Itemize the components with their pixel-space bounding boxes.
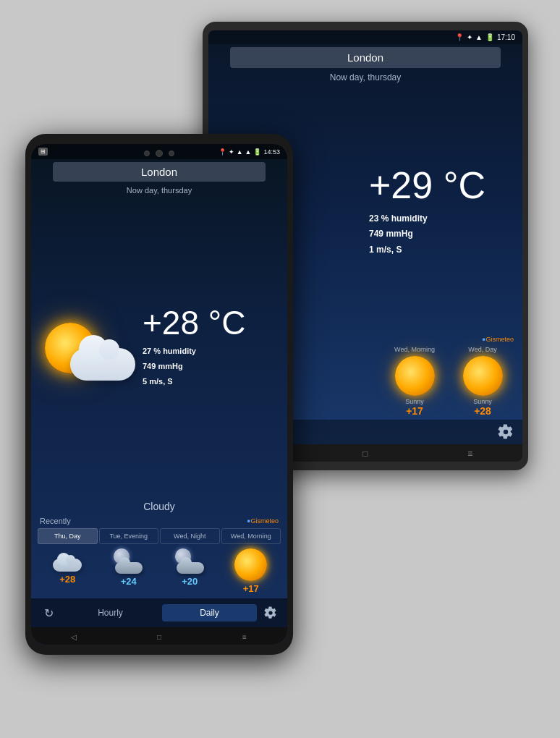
phone-speaker (144, 150, 150, 156)
phone-forecast-icon-col-2: +20 (159, 548, 221, 594)
phone-cloud-body-tue (115, 562, 143, 574)
phone-cloud-sun-icon (41, 308, 135, 388)
phone-forecast-icon-col-1: +24 (98, 548, 160, 594)
phone-back-btn[interactable]: ◁ (65, 631, 82, 642)
tablet-city-name: London (347, 51, 383, 64)
phone-recents-btn[interactable]: ≡ (236, 631, 253, 642)
phone-humidity-label: % humidity (153, 347, 196, 355)
phone-pressure-value: 749 (143, 362, 156, 370)
tablet-date: Now day, thursday (208, 72, 522, 82)
tablet-forecast-temp-0: +17 (406, 405, 423, 417)
tablet-recents-btn[interactable]: ≡ (462, 448, 479, 459)
phone-cloud-part (70, 348, 135, 381)
tablet-wind-value: 1 (369, 245, 374, 255)
tablet-status-bar: 📍 ✦ ▲ 🔋 17:10 (208, 30, 522, 44)
tablet-forecast-temp-1: +28 (474, 405, 491, 417)
tablet-forecast-condition-0: Sunny (405, 398, 424, 405)
phone-camera-lens (156, 150, 163, 157)
tablet-battery-icon: 🔋 (485, 33, 494, 41)
phone-wind-row: 5 m/s, S (143, 374, 245, 389)
tablet-temperature: +29 °C (369, 166, 508, 204)
phone-pressure-label: mmHg (158, 362, 182, 370)
phone-cloud-body-thu (53, 559, 82, 572)
tablet-pressure-label: mmHg (386, 229, 412, 239)
tablet-humidity-row: 23 % humidity (369, 211, 508, 227)
phone-forecast-icon-col-3: +17 (221, 548, 282, 594)
phone-forecast-temp-2: +20 (182, 576, 198, 587)
tablet-wind-label: m/s, S (376, 245, 402, 255)
phone-camera-area (144, 150, 174, 157)
phone-cloud-body-wed (177, 562, 204, 574)
phone-forecast-temp-3: +17 (243, 583, 259, 594)
phone-forecast-temp-1: +24 (121, 576, 137, 587)
phone-sun-icon-wed-morning (234, 548, 267, 581)
phone-city-name: London (141, 166, 177, 178)
phone-battery-icon: 🔋 (253, 148, 261, 156)
tablet-sun-icon-1 (463, 356, 503, 396)
phone-main-weather: +28 °C 27 % humidity 749 mmHg 5 m/s, S (31, 198, 287, 498)
phone-home-btn[interactable]: □ (150, 631, 168, 642)
tablet-city-bar[interactable]: London (230, 47, 501, 68)
phone-nav-bar: ◁ □ ≡ (31, 627, 287, 645)
phone-bottom-bar: ↻ Hourly Daily (31, 598, 287, 627)
phone-refresh-button[interactable]: ↻ (38, 603, 59, 623)
phone-location-icon: 📍 (219, 148, 226, 156)
phone-cloud-icon-thu (51, 548, 84, 572)
phone-forecast-tab-3[interactable]: Wed, Morning (221, 528, 281, 544)
phone-settings-button[interactable] (261, 603, 280, 622)
tablet-forecast-col-0: Wed, Morning Sunny +17 (382, 346, 447, 417)
tablet-settings-icon[interactable] (498, 424, 514, 440)
tablet-forecast-label-0: Wed, Morning (394, 346, 435, 353)
phone-forecast-tab-2[interactable]: Wed, Night (160, 528, 220, 544)
phone-forecast-icons-row: +28 +24 +20 +17 (31, 544, 287, 598)
phone-sensor (169, 150, 174, 156)
phone-date: Now day, thursday (31, 186, 287, 195)
phone-wind-value: 5 (143, 377, 147, 386)
phone-screen: ⊞ 📍 ✦ ▲ ▲ 🔋 14:53 London Now day, thursd… (31, 144, 287, 645)
phone-recently-text: Recently (40, 517, 71, 525)
phone-temp-info: +28 °C 27 % humidity 749 mmHg 5 m/s, S (143, 306, 245, 389)
phone-signal-icon: ▲ (245, 148, 252, 156)
phone-temperature: +28 °C (143, 306, 245, 339)
phone-hourly-tab[interactable]: Hourly (63, 604, 158, 622)
phone-recently-bar: Recently ●Gismeteo (31, 514, 287, 528)
phone-humidity-value: 27 (143, 347, 151, 355)
phone-forecast-temp-0: +28 (59, 574, 75, 585)
phone-humidity-row: 27 % humidity (143, 344, 245, 359)
tablet-forecast-label-1: Wed, Day (468, 346, 496, 353)
tablet-forecast-condition-1: Sunny (473, 398, 492, 405)
phone-condition-label: Cloudy (31, 498, 287, 514)
tablet-weather-details: 23 % humidity 749 mmHg 1 m/s, S (369, 211, 508, 258)
tablet-sun-icon-0 (395, 356, 435, 396)
phone-wifi-icon: ▲ (237, 148, 243, 156)
tablet-wind-row: 1 m/s, S (369, 242, 508, 258)
tablet-humidity-label: % humidity (381, 213, 428, 224)
tablet-time: 17:10 (497, 33, 515, 41)
phone-forecast-icon-col-0: +28 (37, 548, 98, 594)
gismeteo-logo-tablet: ●Gismeteo (482, 336, 514, 343)
phone-device: ⊞ 📍 ✦ ▲ ▲ 🔋 14:53 London Now day, thursd… (25, 134, 293, 655)
tablet-location-icon: 📍 (455, 33, 464, 41)
tablet-home-btn[interactable]: □ (357, 448, 374, 459)
phone-gismeteo-logo: ●Gismeteo (247, 517, 279, 525)
tablet-forecast-col-1: Wed, Day Sunny +28 (450, 346, 515, 417)
tablet-bt-icon: ✦ (467, 33, 472, 41)
phone-forecast-tab-1[interactable]: Tue, Evening (99, 528, 159, 544)
phone-city-bar[interactable]: London (53, 162, 266, 182)
tablet-wifi-icon: ▲ (475, 33, 483, 41)
tablet-pressure-value: 749 (369, 229, 383, 239)
phone-weather-details: 27 % humidity 749 mmHg 5 m/s, S (143, 344, 245, 389)
phone-wind-label: m/s, S (149, 377, 172, 386)
phone-moon-cloud-icon-tue (112, 548, 145, 574)
tablet-pressure-row: 749 mmHg (369, 226, 508, 242)
phone-moon-cloud-icon-wed-night (174, 548, 206, 574)
phone-bt-icon: ✦ (229, 148, 234, 156)
phone-daily-tab[interactable]: Daily (162, 604, 257, 622)
phone-forecast-tab-0[interactable]: Thu, Day (38, 528, 98, 544)
tablet-humidity-value: 23 (369, 213, 378, 224)
phone-forecast-tabs: Thu, Day Tue, Evening Wed, Night Wed, Mo… (31, 528, 287, 544)
tablet-weather-info: +29 °C 23 % humidity 749 mmHg 1 m/s, S (362, 88, 508, 336)
phone-status-icons: 📍 ✦ ▲ ▲ 🔋 14:53 (219, 148, 280, 156)
phone-app-icon: ⊞ (38, 148, 48, 156)
phone-pressure-row: 749 mmHg (143, 359, 245, 374)
